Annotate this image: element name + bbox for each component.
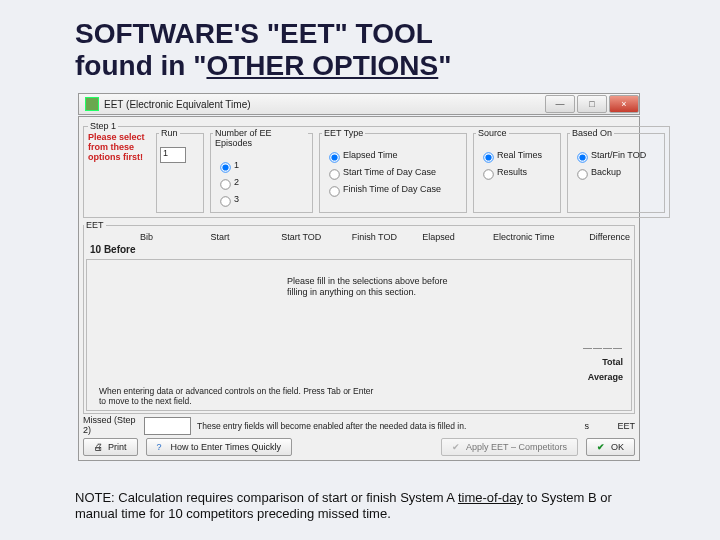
title-line2a: found in ": [75, 50, 206, 81]
source-group: Source Real Times Results: [473, 133, 561, 213]
table-header: Bib Start Start TOD Finish TOD Elapsed E…: [84, 230, 634, 242]
check-icon: ✔: [597, 442, 607, 452]
diff-dashes: ————: [583, 341, 623, 355]
ok-button[interactable]: ✔ OK: [586, 438, 635, 456]
apply-button[interactable]: ✔ Apply EET – Competitors: [441, 438, 578, 456]
total-label: Total: [583, 355, 623, 369]
episodes-label: Number of EE Episodes: [213, 128, 308, 148]
title-line1: SOFTWARE'S "EET" TOOL: [75, 18, 433, 49]
title-line2b: ": [438, 50, 451, 81]
help-icon: ?: [157, 442, 167, 452]
missed-row: Missed (Step 2) These entry fields will …: [83, 416, 635, 436]
eet-group: EET Bib Start Start TOD Finish TOD Elaps…: [83, 220, 635, 414]
note-a: NOTE: Calculation requires comparison of…: [75, 490, 458, 505]
note-u: time-of-day: [458, 490, 523, 505]
col-s: s: [585, 421, 590, 431]
howto-button[interactable]: ? How to Enter Times Quickly: [146, 438, 293, 456]
col-finish-tod: Finish TOD: [352, 232, 419, 242]
window-titlebar: EET (Electronic Equivalent Time) — □ ×: [78, 93, 640, 115]
episodes-1[interactable]: [220, 162, 230, 172]
step1-group: Step 1 Please select from these options …: [83, 121, 670, 218]
title-line2u: OTHER OPTIONS: [206, 50, 438, 81]
based-startfin[interactable]: [577, 152, 587, 162]
step1-legend: Step 1: [88, 121, 118, 131]
run-input[interactable]: 1: [160, 147, 186, 163]
window-title: EET (Electronic Equivalent Time): [104, 99, 251, 110]
ten-before-label: 10 Before: [84, 242, 634, 257]
eet-window: Step 1 Please select from these options …: [78, 116, 640, 461]
check-icon: ✔: [452, 442, 462, 452]
page-title: SOFTWARE'S "EET" TOOL found in "OTHER OP…: [75, 18, 452, 82]
episodes-3[interactable]: [220, 196, 230, 206]
missed-note: These entry fields will become enabled a…: [197, 421, 579, 431]
print-button[interactable]: 🖨 Print: [83, 438, 138, 456]
type-group: EET Type Elapsed Time Start Time of Day …: [319, 133, 467, 213]
episodes-group: Number of EE Episodes 1 2 3: [210, 133, 313, 213]
average-label: Average: [583, 370, 623, 384]
run-label: Run: [159, 128, 180, 138]
eet-legend: EET: [84, 220, 106, 230]
col-bib: Bib: [140, 232, 207, 242]
maximize-button[interactable]: □: [577, 95, 607, 113]
run-group: Run 1: [156, 133, 204, 213]
source-results[interactable]: [483, 169, 493, 179]
eet-body: Please fill in the selections above befo…: [86, 259, 632, 411]
close-button[interactable]: ×: [609, 95, 639, 113]
col-elapsed: Elapsed: [422, 232, 489, 242]
type-label: EET Type: [322, 128, 365, 138]
slide-note: NOTE: Calculation requires comparison of…: [75, 490, 655, 523]
totals-block: ———— Total Average: [583, 341, 623, 384]
fill-message: Please fill in the selections above befo…: [287, 276, 457, 298]
episodes-2[interactable]: [220, 179, 230, 189]
source-real[interactable]: [483, 152, 493, 162]
source-label: Source: [476, 128, 509, 138]
col-start-tod: Start TOD: [281, 232, 348, 242]
col-etime: Electronic Time: [493, 232, 560, 242]
entry-hint: When entering data or advanced controls …: [99, 386, 379, 406]
bottom-button-row: 🖨 Print ? How to Enter Times Quickly ✔ A…: [83, 438, 635, 456]
missed-input[interactable]: [144, 417, 191, 435]
basedon-label: Based On: [570, 128, 614, 138]
printer-icon: 🖨: [94, 442, 104, 452]
warning-text: Please select from these options first!: [88, 133, 150, 213]
app-icon: [85, 97, 99, 111]
minimize-button[interactable]: —: [545, 95, 575, 113]
basedon-group: Based On Start/Fin TOD Backup: [567, 133, 665, 213]
type-finish-tod[interactable]: [329, 186, 339, 196]
type-elapsed[interactable]: [329, 152, 339, 162]
col-start: Start: [211, 232, 278, 242]
col-diff: Difference: [563, 232, 630, 242]
col-eet: EET: [595, 421, 635, 431]
type-start-tod[interactable]: [329, 169, 339, 179]
based-backup[interactable]: [577, 169, 587, 179]
missed-label: Missed (Step 2): [83, 416, 138, 436]
